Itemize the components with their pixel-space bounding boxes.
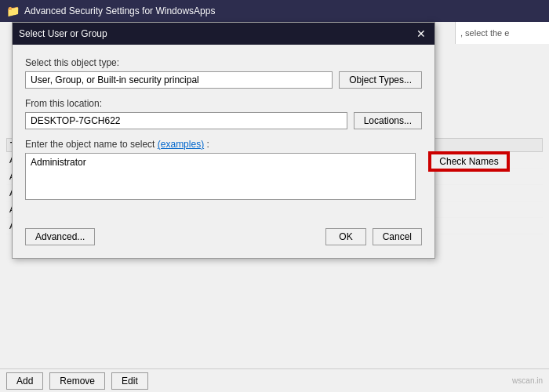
colon: : xyxy=(206,139,209,150)
object-name-label: Enter the object name to select xyxy=(25,139,155,150)
dialog-body: Select this object type: Object Types...… xyxy=(13,45,434,222)
cancel-button[interactable]: Cancel xyxy=(373,228,422,245)
object-types-button[interactable]: Object Types... xyxy=(339,71,422,89)
object-type-input[interactable] xyxy=(25,71,333,89)
ok-button[interactable]: OK xyxy=(325,228,365,245)
select-user-dialog: Select User or Group ✕ Select this objec… xyxy=(12,22,435,259)
remove-button[interactable]: Remove xyxy=(49,372,105,390)
dialog-title: Select User or Group xyxy=(19,28,107,39)
object-type-label: Select this object type: xyxy=(25,57,422,68)
bottom-bar: Add Remove Edit wscan.in xyxy=(0,368,549,392)
object-type-group: Select this object type: Object Types... xyxy=(25,57,422,89)
adv-window-title: Advanced Security Settings for WindowsAp… xyxy=(24,5,215,16)
dialog-footer: Advanced... OK Cancel xyxy=(13,222,434,258)
location-group: From this location: Locations... xyxy=(25,98,422,129)
edit-button[interactable]: Edit xyxy=(111,372,148,390)
location-row: Locations... xyxy=(25,112,422,129)
folder-icon: 📁 xyxy=(6,5,20,17)
object-name-input-row: Administrator Check Names xyxy=(25,153,422,200)
add-button[interactable]: Add xyxy=(6,372,43,390)
watermark: wscan.in xyxy=(512,376,543,385)
right-partial-text: , select the e xyxy=(455,22,549,44)
object-name-input-wrapper: Administrator xyxy=(25,153,416,200)
examples-link[interactable]: (examples) xyxy=(158,139,204,150)
location-label: From this location: xyxy=(25,98,422,109)
locations-button[interactable]: Locations... xyxy=(354,112,422,129)
advanced-button[interactable]: Advanced... xyxy=(25,228,95,245)
object-name-textarea[interactable]: Administrator xyxy=(25,153,416,200)
object-type-row: Object Types... xyxy=(25,71,422,89)
location-input[interactable] xyxy=(25,112,347,129)
footer-buttons: OK Cancel xyxy=(325,228,422,245)
object-name-label-row: Enter the object name to select (example… xyxy=(25,139,422,150)
dialog-titlebar: Select User or Group ✕ xyxy=(13,23,434,45)
check-names-button[interactable]: Check Names xyxy=(430,153,508,170)
adv-titlebar: 📁 Advanced Security Settings for Windows… xyxy=(0,0,549,22)
close-button[interactable]: ✕ xyxy=(414,27,428,41)
object-name-group: Enter the object name to select (example… xyxy=(25,139,422,200)
